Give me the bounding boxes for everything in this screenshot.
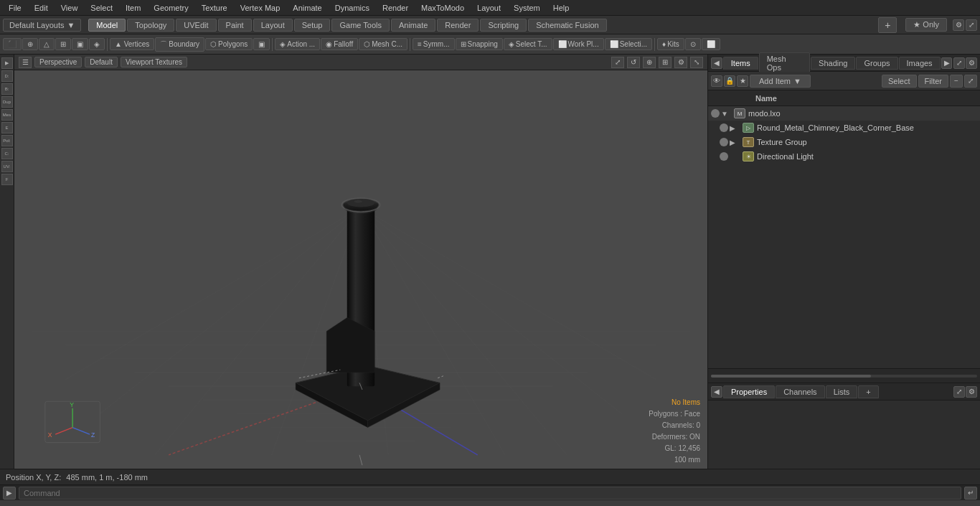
props-panel-arrow[interactable]: ◀ xyxy=(711,386,722,398)
layout-expand-icon[interactable]: ⤢ xyxy=(966,19,977,31)
command-arrow-btn[interactable]: ▶ xyxy=(3,487,16,500)
tab-properties[interactable]: Properties xyxy=(723,385,775,398)
menu-texture[interactable]: Texture xyxy=(196,2,233,14)
sidebar-tool3[interactable]: Dup xyxy=(1,96,13,108)
tab-items[interactable]: Items xyxy=(723,57,758,70)
layout-tab-uvedit[interactable]: UVEdit xyxy=(176,19,216,32)
layout-tab-scripting[interactable]: Scripting xyxy=(480,19,527,32)
falloff-btn[interactable]: ◉ Falloff xyxy=(321,38,358,50)
viewport-move-icon[interactable]: ⤢ xyxy=(611,57,624,68)
toolbar-minus-btn[interactable]: − xyxy=(950,75,963,88)
mode-display-btn[interactable]: ⬛ xyxy=(3,38,22,50)
menu-edit[interactable]: Edit xyxy=(29,2,54,14)
right-panel-arrow[interactable]: ◀ xyxy=(711,57,722,69)
menu-dynamics[interactable]: Dynamics xyxy=(329,2,375,14)
layout-tab-setup[interactable]: Setup xyxy=(294,19,331,32)
render-icon[interactable]: ★ xyxy=(737,75,748,87)
props-settings-icon[interactable]: ⚙ xyxy=(966,386,977,398)
lock-icon[interactable]: 🔒 xyxy=(724,75,735,87)
list-item[interactable]: ☀ Directional Light xyxy=(708,149,980,164)
viewport-rotate-icon[interactable]: ↺ xyxy=(627,57,640,68)
viewport-zoom-icon[interactable]: ⊕ xyxy=(643,57,656,68)
menu-file[interactable]: File xyxy=(3,2,27,14)
visibility-dot[interactable] xyxy=(720,138,728,146)
layout-add-tab[interactable]: + xyxy=(878,17,897,33)
layout-tab-topology[interactable]: Topology xyxy=(127,19,174,32)
vertices-btn[interactable]: ▲ ▲ VerticesVertices xyxy=(110,38,154,50)
layout-star-only[interactable]: ★ Only xyxy=(905,18,947,32)
viewport[interactable]: ☰ Perspective Default Viewport Textures … xyxy=(14,55,707,469)
add-item-btn[interactable]: Add Item ▼ xyxy=(750,75,811,88)
vertex-mode-btn[interactable]: △ xyxy=(39,38,55,50)
menu-render[interactable]: Render xyxy=(377,2,414,14)
tab-mesh-ops[interactable]: Mesh Ops xyxy=(759,52,810,74)
filter-btn[interactable]: Filter xyxy=(918,75,948,88)
symm-btn[interactable]: ≡ Symm... xyxy=(413,38,455,50)
tab-channels[interactable]: Channels xyxy=(776,385,824,398)
layout-tab-paint[interactable]: Paint xyxy=(218,19,252,32)
tab-lists[interactable]: Lists xyxy=(826,385,858,398)
viewport-fit-icon[interactable]: ⊞ xyxy=(659,57,672,68)
polygons-btn[interactable]: ⬡ Polygons xyxy=(205,38,253,50)
shape-btn[interactable]: ▣ xyxy=(253,38,270,50)
layout-tab-layout[interactable]: Layout xyxy=(253,19,293,32)
kits-btn[interactable]: ♦ Kits xyxy=(657,38,684,50)
list-item[interactable]: ▼ M modo.lxo xyxy=(708,106,980,121)
viewport-textures-btn[interactable]: Viewport Textures xyxy=(121,57,187,67)
square-mode-btn[interactable]: ⬜ xyxy=(702,38,720,50)
item-mode-btn[interactable]: ◈ xyxy=(89,38,105,50)
menu-view[interactable]: View xyxy=(55,2,84,14)
scrollbar-thumb[interactable] xyxy=(711,375,871,378)
layout-settings-icon[interactable]: ⚙ xyxy=(953,19,964,31)
boundary-btn[interactable]: ⌒ Boundary xyxy=(155,37,204,52)
tab-images[interactable]: Images xyxy=(899,57,941,70)
sidebar-tool5[interactable]: E xyxy=(1,122,13,133)
right-panel-expand[interactable]: ⤢ xyxy=(953,57,965,69)
horizontal-scrollbar[interactable] xyxy=(711,375,977,378)
toolbar-expand-btn[interactable]: ⤢ xyxy=(964,75,977,88)
props-expand-icon[interactable]: ⤢ xyxy=(953,386,965,398)
select-btn[interactable]: Select xyxy=(882,75,917,88)
origin-btn[interactable]: ⊕ xyxy=(22,38,38,50)
selecti-btn[interactable]: ⬜ Selecti... xyxy=(605,38,652,50)
tab-groups[interactable]: Groups xyxy=(856,57,897,70)
command-input[interactable] xyxy=(19,487,961,500)
layout-tab-model[interactable]: Model xyxy=(88,19,126,32)
viewport-settings-icon[interactable]: ⚙ xyxy=(674,57,687,68)
menu-select[interactable]: Select xyxy=(85,2,118,14)
menu-layout[interactable]: Layout xyxy=(471,2,507,14)
visibility-dot[interactable] xyxy=(720,152,728,161)
list-item[interactable]: ▶ ▷ Round_Metal_Chimney_Black_Corner_Bas… xyxy=(708,121,980,135)
list-item[interactable]: ▶ T Texture Group xyxy=(708,135,980,149)
viewport-perspective-btn[interactable]: Perspective xyxy=(34,57,82,67)
right-tabs-more[interactable]: ▶ xyxy=(941,57,953,69)
poly-mode-btn[interactable]: ▣ xyxy=(72,38,88,50)
sidebar-tool8[interactable]: UV: xyxy=(1,161,13,172)
layout-tab-animate[interactable]: Animate xyxy=(391,19,435,32)
action-dropdown[interactable]: ◈ Action ... xyxy=(275,38,320,50)
select-tool-btn[interactable]: ◈ Select T... xyxy=(504,38,552,50)
item-expand-toggle[interactable]: ▼ xyxy=(721,109,732,118)
circle-mode-btn[interactable]: ⊙ xyxy=(685,38,701,50)
menu-geometry[interactable]: Geometry xyxy=(148,2,194,14)
mesh-btn[interactable]: ⬡ Mesh C... xyxy=(359,38,407,50)
sidebar-tool7[interactable]: C: xyxy=(1,148,13,159)
right-panel-settings[interactable]: ⚙ xyxy=(966,57,977,69)
layout-dropdown[interactable]: Default Layouts ▼ xyxy=(3,19,81,32)
menu-item[interactable]: Item xyxy=(120,2,146,14)
menu-vertexmap[interactable]: Vertex Map xyxy=(235,2,286,14)
sidebar-arrow[interactable]: ▶ xyxy=(1,57,13,69)
viewport-default-btn[interactable]: Default xyxy=(85,57,118,67)
sidebar-tool2[interactable]: B: xyxy=(1,83,13,95)
tab-shading[interactable]: Shading xyxy=(811,57,855,70)
layout-tab-gametools[interactable]: Game Tools xyxy=(331,19,390,32)
visibility-dot[interactable] xyxy=(711,109,720,118)
layout-tab-schematic[interactable]: Schematic Fusion xyxy=(528,19,606,32)
edge-mode-btn[interactable]: ⊞ xyxy=(55,38,71,50)
viewport-menu-btn[interactable]: ☰ xyxy=(19,57,32,68)
item-expand-toggle[interactable]: ▶ xyxy=(730,123,741,132)
sidebar-tool9[interactable]: F xyxy=(1,174,13,185)
menu-animate[interactable]: Animate xyxy=(287,2,327,14)
visibility-dot[interactable] xyxy=(720,123,728,132)
menu-help[interactable]: Help xyxy=(547,2,575,14)
